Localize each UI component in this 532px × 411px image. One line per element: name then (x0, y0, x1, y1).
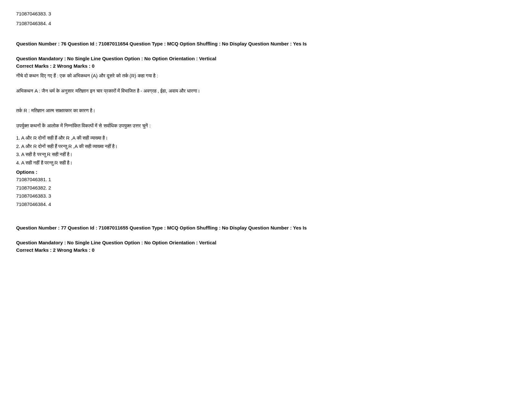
q77-meta-line1: Question Number : 77 Question Id : 71087… (16, 224, 516, 232)
q76-body-line2: अभिकथन A : जैन धर्म के अनुसार मतिज्ञान इ… (16, 86, 516, 95)
prev-opt3: 71087046383. 3 (16, 10, 516, 18)
q76-item3: 3. A सही है परन्तु R सही नहीं है। (16, 150, 516, 159)
q76-item1: 1. A और R दोनों सही हैं और R ,A की सही व… (16, 134, 516, 142)
prev-opt4: 71087046384. 4 (16, 19, 516, 28)
q76-body-line4: उपर्युक्त कथनों कें आलोक में निम्नांकित … (16, 121, 516, 130)
q76-opt1: 71087046381. 1 (16, 175, 516, 184)
q76-body-line1: नीचे दो कथन दिए गए हैं : एक को अभिकथन (A… (16, 71, 516, 80)
q77-meta-line2: Question Mandatory : No Single Line Ques… (16, 239, 516, 247)
q76-opt4: 71087046384. 4 (16, 200, 516, 209)
q76-meta-line2: Question Mandatory : No Single Line Ques… (16, 54, 516, 63)
q77-marks: Correct Marks : 2 Wrong Marks : 0 (16, 247, 516, 253)
q76-meta-line1: Question Number : 76 Question Id : 71087… (16, 40, 516, 48)
q76-opt2: 71087046382. 2 (16, 184, 516, 192)
q76-options-label: Options : (16, 169, 516, 175)
q76-item2: 2. A और R दोनों सही हैं परन्तु R ,A की स… (16, 142, 516, 151)
q76-opt3: 71087046383. 3 (16, 192, 516, 200)
q76-item4: 4. A सही नहीं है परन्तु R सही है। (16, 159, 516, 167)
q76-body-line3: तर्क R : मतिज्ञान आत्म साक्षात्कार का का… (16, 106, 516, 115)
q76-marks: Correct Marks : 2 Wrong Marks : 0 (16, 63, 516, 69)
